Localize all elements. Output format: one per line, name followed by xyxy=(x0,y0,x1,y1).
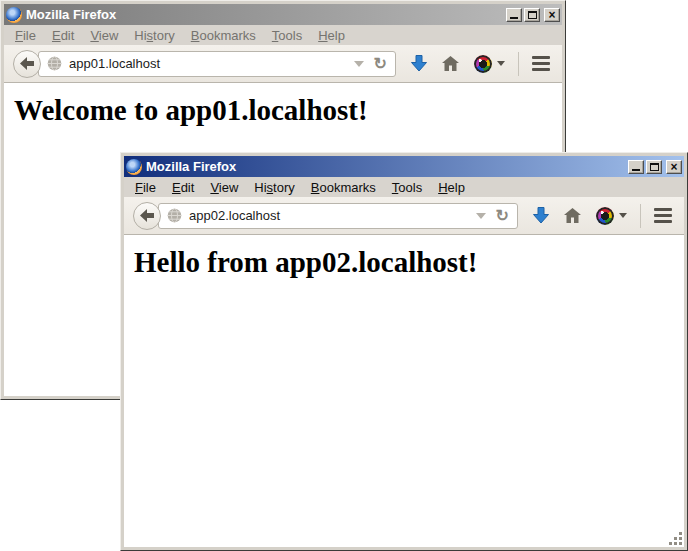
menu-bookmarks[interactable]: Bookmarks xyxy=(183,26,264,45)
url-text[interactable]: app01.localhost xyxy=(69,56,347,71)
navigation-toolbar: app02.localhost ↻ xyxy=(124,197,684,235)
back-arrow-icon xyxy=(20,57,34,70)
menu-file[interactable]: File xyxy=(127,178,164,197)
maximize-icon xyxy=(528,11,537,19)
open-menu-button[interactable] xyxy=(532,56,550,71)
window-title: Mozilla Firefox xyxy=(146,159,624,174)
firefox-icon xyxy=(6,7,22,23)
maximize-icon xyxy=(650,163,659,171)
hamburger-icon xyxy=(654,208,672,223)
extension-lens-button[interactable] xyxy=(474,55,505,73)
menu-tools[interactable]: Tools xyxy=(264,26,310,45)
hamburger-icon xyxy=(532,56,550,71)
url-dropdown-icon[interactable] xyxy=(354,61,364,67)
window-title: Mozilla Firefox xyxy=(26,7,502,22)
resize-grip[interactable] xyxy=(668,531,683,546)
extension-lens-button[interactable] xyxy=(596,207,627,225)
minimize-icon xyxy=(510,17,518,19)
download-arrow-icon xyxy=(533,207,549,224)
close-button[interactable]: × xyxy=(666,160,682,174)
reload-icon[interactable]: ↻ xyxy=(371,56,390,72)
minimize-button[interactable] xyxy=(506,8,522,22)
menu-edit[interactable]: Edit xyxy=(44,26,82,45)
menu-tools[interactable]: Tools xyxy=(384,178,430,197)
title-bar[interactable]: Mozilla Firefox × xyxy=(124,156,684,177)
page-content: Hello from app02.localhost! xyxy=(124,235,684,547)
chevron-down-icon xyxy=(619,213,627,218)
maximize-button[interactable] xyxy=(646,160,662,174)
chevron-down-icon xyxy=(497,61,505,66)
navigation-toolbar: app01.localhost ↻ xyxy=(4,45,562,83)
close-icon: × xyxy=(670,162,677,172)
menu-help[interactable]: Help xyxy=(430,178,473,197)
menu-bar: File Edit View History Bookmarks Tools H… xyxy=(4,25,562,45)
menu-help[interactable]: Help xyxy=(310,26,353,45)
lens-icon xyxy=(596,207,614,225)
desktop: Mozilla Firefox × File Edit View History… xyxy=(0,0,688,551)
minimize-button[interactable] xyxy=(628,160,644,174)
close-icon: × xyxy=(548,10,555,20)
globe-icon xyxy=(167,208,182,223)
url-bar[interactable]: app01.localhost ↻ xyxy=(38,51,396,77)
download-arrow-icon xyxy=(411,55,427,72)
menu-edit[interactable]: Edit xyxy=(164,178,202,197)
window-controls: × xyxy=(506,8,560,22)
menu-bookmarks[interactable]: Bookmarks xyxy=(303,178,384,197)
menu-bar: File Edit View History Bookmarks Tools H… xyxy=(124,177,684,197)
back-arrow-icon xyxy=(140,209,154,222)
page-heading: Welcome to app01.localhost! xyxy=(14,94,562,127)
open-menu-button[interactable] xyxy=(654,208,672,223)
window-controls: × xyxy=(628,160,682,174)
home-button[interactable] xyxy=(442,56,459,71)
firefox-window-app02: Mozilla Firefox × File Edit View History… xyxy=(120,152,688,551)
menu-file[interactable]: File xyxy=(7,26,44,45)
downloads-button[interactable] xyxy=(533,207,549,224)
url-bar[interactable]: app02.localhost ↻ xyxy=(158,203,518,229)
maximize-button[interactable] xyxy=(524,8,540,22)
globe-icon xyxy=(47,56,62,71)
close-button[interactable]: × xyxy=(544,8,560,22)
page-heading: Hello from app02.localhost! xyxy=(134,246,684,279)
menu-view[interactable]: View xyxy=(82,26,126,45)
toolbar-separator xyxy=(640,204,641,228)
url-text[interactable]: app02.localhost xyxy=(189,208,469,223)
title-bar[interactable]: Mozilla Firefox × xyxy=(4,4,562,25)
back-button[interactable] xyxy=(13,50,41,78)
menu-view[interactable]: View xyxy=(202,178,246,197)
lens-icon xyxy=(474,55,492,73)
minimize-icon xyxy=(632,169,640,171)
url-dropdown-icon[interactable] xyxy=(476,213,486,219)
menu-history[interactable]: History xyxy=(246,178,302,197)
back-button[interactable] xyxy=(133,202,161,230)
toolbar-separator xyxy=(518,52,519,76)
reload-icon[interactable]: ↻ xyxy=(493,208,512,224)
firefox-icon xyxy=(126,159,142,175)
menu-history[interactable]: History xyxy=(126,26,182,45)
home-icon xyxy=(442,56,459,71)
downloads-button[interactable] xyxy=(411,55,427,72)
home-button[interactable] xyxy=(564,208,581,223)
home-icon xyxy=(564,208,581,223)
